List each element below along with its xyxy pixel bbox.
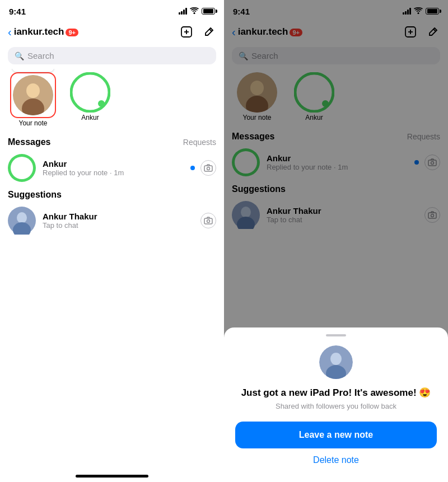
ankur-thakur-preview: Tap to chat xyxy=(43,221,194,230)
sheet-note-text: Just got a new iPad Pro! It's awesome! 😍 xyxy=(241,387,431,399)
your-note-inner: Just got a new iPad Pro! It's awesome! 🤩 xyxy=(13,75,53,115)
your-note-border: Just got a new iPad Pro! It's awesome! 🤩 xyxy=(10,72,56,118)
svg-point-14 xyxy=(207,167,210,170)
left-nav-bar: ‹ iankur.tech9+ xyxy=(0,20,224,45)
ankur-msg-name: Ankur xyxy=(43,159,184,169)
svg-point-41 xyxy=(330,353,342,365)
left-panel: 9:41 ‹ xyxy=(0,0,224,482)
suggestions-section-header: Suggestions xyxy=(0,186,224,202)
bottom-sheet: Just got a new iPad Pro! It's awesome! 😍… xyxy=(224,327,448,482)
messages-section-header: Messages Requests xyxy=(0,134,224,149)
notes-row: Just got a new iPad Pro! It's awesome! 🤩… xyxy=(0,69,224,134)
left-search-icon: 🔍 xyxy=(15,52,24,60)
suggestions-title: Suggestions xyxy=(8,190,62,200)
svg-point-10 xyxy=(98,100,105,107)
svg-rect-18 xyxy=(204,218,212,224)
ankur-note-item[interactable]: Ankur xyxy=(65,72,115,127)
sheet-handle xyxy=(326,334,346,336)
your-note-avatar xyxy=(13,75,53,115)
ankur-msg-preview: Replied to your note · 1m xyxy=(43,169,184,177)
nav-badge: 9+ xyxy=(66,29,78,36)
right-panel: 9:41 xyxy=(224,0,448,482)
svg-point-19 xyxy=(207,220,210,223)
left-status-bar: 9:41 xyxy=(0,0,224,20)
svg-point-12 xyxy=(11,157,33,179)
your-note-item[interactable]: Just got a new iPad Pro! It's awesome! 🤩… xyxy=(8,72,58,127)
ankur-msg-info: Ankur Replied to your note · 1m xyxy=(43,159,184,177)
ankur-msg-actions xyxy=(190,160,216,176)
left-status-icons xyxy=(179,7,215,16)
sheet-subtitle: Shared with followers you follow back xyxy=(276,402,396,410)
leave-note-button[interactable]: Leave a new note xyxy=(235,422,437,448)
edit-icon-button[interactable] xyxy=(202,25,216,39)
nav-title-text: iankur.tech xyxy=(14,26,64,37)
camera-button-ankur-thakur[interactable] xyxy=(200,213,216,228)
ankur-note-label: Ankur xyxy=(81,114,99,121)
signal-icon xyxy=(179,8,187,15)
suggestion-row-ankur-thakur[interactable]: Ankur Thakur Tap to chat xyxy=(0,202,224,239)
sheet-avatar xyxy=(319,345,353,379)
ankur-avatar-img xyxy=(8,154,36,182)
message-row-ankur[interactable]: Ankur Replied to your note · 1m xyxy=(0,149,224,186)
svg-point-0 xyxy=(194,12,195,13)
wifi-icon xyxy=(190,7,199,16)
unread-dot xyxy=(190,166,195,170)
delete-note-button[interactable]: Delete note xyxy=(313,455,359,465)
requests-link[interactable]: Requests xyxy=(183,138,216,147)
battery-icon xyxy=(202,8,215,15)
messages-title: Messages xyxy=(8,137,51,147)
ankur-thakur-actions xyxy=(200,213,216,228)
left-home-indicator xyxy=(76,475,148,478)
svg-point-6 xyxy=(26,83,40,98)
left-search-text: Search xyxy=(27,51,54,60)
your-note-bubble: Just got a new iPad Pro! It's awesome! 🤩 xyxy=(12,69,54,72)
left-search-bar[interactable]: 🔍 Search xyxy=(8,47,216,64)
ankur-thakur-info: Ankur Thakur Tap to chat xyxy=(43,212,194,230)
svg-point-16 xyxy=(17,212,27,223)
ankur-note-avatar xyxy=(70,72,110,113)
left-time: 9:41 xyxy=(9,7,26,16)
left-nav-title: iankur.tech9+ xyxy=(14,26,179,38)
svg-rect-13 xyxy=(204,166,212,171)
nav-actions xyxy=(179,25,216,39)
camera-button-ankur[interactable] xyxy=(200,160,216,176)
ankur-thakur-name: Ankur Thakur xyxy=(43,212,194,221)
ankur-thakur-avatar xyxy=(8,207,36,235)
back-button[interactable]: ‹ xyxy=(8,26,12,38)
add-icon-button[interactable] xyxy=(179,25,194,39)
ankur-msg-avatar xyxy=(8,154,36,182)
your-note-label: Your note xyxy=(19,119,48,127)
back-chevron-icon: ‹ xyxy=(8,26,12,38)
